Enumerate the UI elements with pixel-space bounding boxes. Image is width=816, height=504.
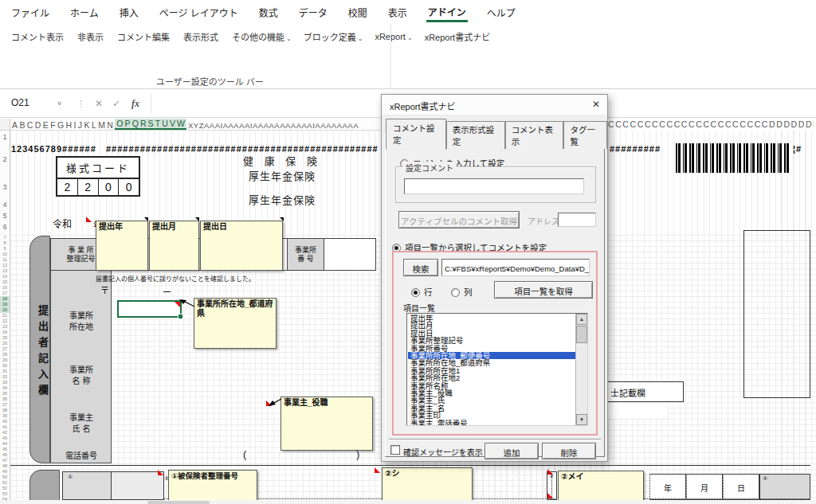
row-number[interactable]: 4 — [0, 201, 10, 209]
row-number[interactable]: 9 — [0, 246, 10, 252]
row-number[interactable]: 13 — [0, 268, 10, 274]
radio-col-icon[interactable] — [451, 288, 460, 297]
radio-row-icon[interactable] — [411, 288, 420, 297]
row-number[interactable]: 21 — [0, 313, 10, 318]
name-box-caret-icon[interactable]: ˅ — [57, 100, 72, 107]
row-number[interactable]: 49 — [0, 469, 10, 475]
row-number[interactable]: 50 — [0, 475, 10, 480]
search-path-field[interactable]: C:¥FBS¥xReport5¥Demo¥Demo_Data¥D_被 — [441, 259, 590, 276]
row-number[interactable]: 53 — [0, 491, 10, 497]
row-number[interactable]: 26 — [0, 341, 10, 346]
row-headers[interactable]: 1 2 3 4 5 6 7891011121314151617181920212… — [0, 131, 10, 500]
row-number[interactable]: 16 — [0, 285, 10, 291]
selected-cell[interactable] — [117, 300, 182, 318]
row-number[interactable]: 37 — [0, 402, 10, 408]
row-numbers-small[interactable]: 7891011121314151617181920212223242526272… — [0, 235, 10, 502]
row-number[interactable]: 15 — [0, 279, 10, 285]
row-number[interactable]: 42 — [0, 430, 10, 436]
row-number[interactable]: 28 — [0, 352, 10, 357]
row-number[interactable]: 43 — [0, 436, 10, 441]
row-number[interactable]: 24 — [0, 330, 10, 335]
enter-icon[interactable]: ✓ — [108, 98, 125, 109]
row-number[interactable]: 7 — [0, 235, 10, 240]
row-number[interactable]: 23 — [0, 324, 10, 330]
scrollbar-thumb[interactable] — [576, 326, 587, 343]
row-number[interactable]: 19 — [0, 302, 10, 307]
row-number[interactable]: 35 — [0, 391, 10, 397]
row-number[interactable]: 2 — [0, 155, 10, 163]
column-letters-right[interactable]: XYZAAAIAAAAAIAAAAAAAAAAAIAAAAAAAA — [186, 121, 359, 130]
address-field[interactable] — [558, 213, 596, 227]
list-item[interactable]: 事業主_電話番号 — [408, 420, 575, 426]
listbox-scrollbar[interactable]: ▲ ▼ — [575, 314, 587, 425]
dialog-tab[interactable]: コメント設定 — [386, 119, 446, 150]
row-number[interactable]: 22 — [0, 318, 10, 324]
menu-item[interactable]: 挿入 — [118, 2, 140, 22]
menu-item[interactable]: 校閲 — [347, 2, 369, 22]
row-number[interactable]: 29 — [0, 357, 10, 363]
row-number[interactable]: 48 — [0, 463, 10, 469]
scroll-up-icon[interactable]: ▲ — [576, 314, 587, 325]
menu-item[interactable]: データ — [297, 2, 329, 22]
column-letters-left[interactable]: ABCDEFGHIJKLMN — [10, 120, 115, 130]
row-number[interactable]: 36 — [0, 397, 10, 402]
dialog-tab[interactable]: コメント表示 — [505, 121, 564, 149]
row-number[interactable]: 40 — [0, 419, 10, 424]
menu-item[interactable]: ページ レイアウト — [158, 2, 240, 22]
menu-item[interactable]: ヘルプ — [485, 2, 517, 22]
row-number[interactable]: 44 — [0, 441, 10, 447]
add-button[interactable]: 追加 — [484, 443, 539, 459]
search-button[interactable]: 検索 — [403, 259, 438, 276]
row-number[interactable]: 12 — [0, 263, 10, 268]
radio-col-option[interactable]: 列 — [451, 284, 473, 299]
menu-item[interactable]: 数式 — [257, 2, 280, 22]
row-number[interactable]: 18 — [0, 296, 10, 302]
toolbar-item[interactable]: コメント編集 — [117, 30, 171, 43]
dialog-tab[interactable]: 表示形式設定 — [446, 121, 505, 149]
toolbar-item[interactable]: 非表示 — [77, 30, 105, 43]
toolbar-item[interactable]: xReport⌄ — [375, 32, 412, 41]
row-number[interactable]: 27 — [0, 346, 10, 352]
row-number[interactable]: 33 — [0, 380, 10, 385]
cancel-icon[interactable]: ✕ — [90, 98, 108, 109]
row-number[interactable]: 25 — [0, 335, 10, 341]
toolbar-item[interactable]: コメント表示 — [11, 30, 65, 43]
row-number[interactable]: 31 — [0, 369, 10, 374]
menu-item[interactable]: アドイン — [426, 2, 468, 22]
row-number[interactable]: 47 — [0, 458, 10, 463]
row-number[interactable]: 45 — [0, 447, 10, 452]
column-headers[interactable]: ABCDEFGHIJKLMN OPQRSTUVW XYZAAAIAAAAAIAA… — [10, 119, 381, 131]
fetch-items-button[interactable]: 項目一覧を取得 — [494, 281, 593, 299]
row-number[interactable]: 10 — [0, 252, 10, 257]
row-number[interactable]: 3 — [0, 183, 10, 191]
row-number[interactable]: 30 — [0, 363, 10, 369]
toolbar-item[interactable]: 表示形式 — [183, 30, 220, 43]
row-number[interactable]: 1 — [0, 133, 10, 141]
row-number[interactable]: 11 — [0, 257, 10, 263]
row-number[interactable]: 17 — [0, 291, 10, 296]
row-number[interactable]: 39 — [0, 413, 10, 419]
column-letters-far-right[interactable]: CCCCCCCCCCCCCCCCCCCCCCDDDDDDDD — [608, 119, 814, 131]
row-number[interactable]: 46 — [0, 452, 10, 458]
row-number[interactable]: 51 — [0, 480, 10, 486]
row-number[interactable]: 6 — [0, 223, 10, 231]
row-number[interactable]: 52 — [0, 486, 10, 491]
menu-item[interactable]: ファイル — [10, 2, 51, 22]
radio-row-option[interactable]: 行 — [411, 284, 433, 299]
get-active-cell-comment-button[interactable]: アクティブセルのコメント取得 — [398, 211, 520, 229]
dialog-title[interactable]: xReport書式ナビ — [382, 95, 607, 115]
select-all-corner[interactable] — [0, 119, 10, 131]
row-number[interactable]: 20 — [0, 307, 10, 313]
row-number[interactable]: 5 — [0, 212, 10, 220]
row-number[interactable]: 8 — [0, 240, 10, 246]
menu-item[interactable]: 表示 — [386, 2, 409, 22]
name-box[interactable]: O21 — [5, 94, 57, 113]
menu-item[interactable]: ホーム — [69, 2, 100, 22]
toolbar-item[interactable]: xReport書式ナビ — [425, 30, 492, 43]
column-letters-selected[interactable]: OPQRSTUVW — [115, 119, 186, 130]
suppress-confirm-checkbox[interactable] — [390, 445, 400, 455]
delete-button[interactable]: 削除 — [542, 443, 596, 459]
row-number[interactable]: 32 — [0, 374, 10, 380]
item-listbox[interactable]: 提出年提出月提出日事業所整理記号事業所番号事業所所在地_郵便番号事業所所在地_都… — [406, 313, 588, 426]
close-icon[interactable]: ✕ — [592, 99, 600, 110]
